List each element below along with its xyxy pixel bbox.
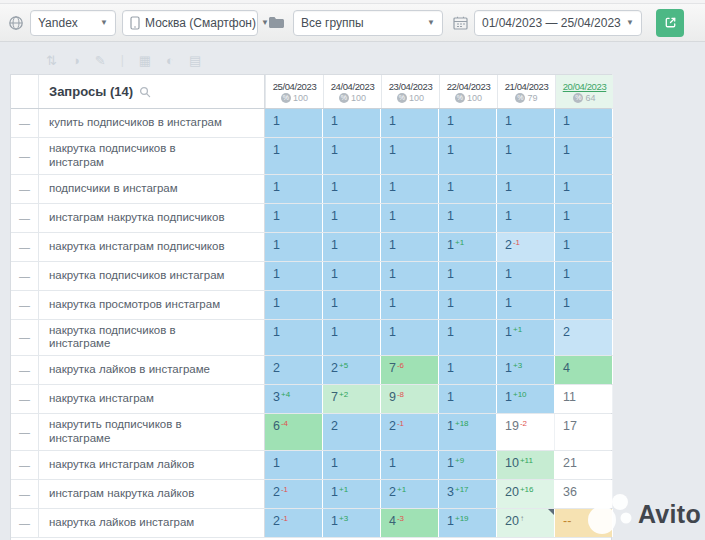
position-cell[interactable]: 1 bbox=[381, 175, 439, 203]
keyword-cell[interactable]: инстаграм накрутка подписчиков bbox=[39, 204, 265, 232]
row-drag-handle[interactable]: — bbox=[11, 109, 39, 137]
keyword-cell[interactable]: подписчики в инстаграм bbox=[39, 175, 265, 203]
position-cell[interactable]: 2-1 bbox=[265, 509, 323, 537]
keyword-cell[interactable]: накрутить подписчиков в инстаграме bbox=[39, 414, 265, 450]
position-cell[interactable]: 1 bbox=[555, 109, 613, 137]
position-cell[interactable]: 19-2 bbox=[497, 414, 555, 450]
keyword-cell[interactable]: накрутка подписчиков в инстаграм bbox=[39, 138, 265, 174]
position-cell[interactable]: 1 bbox=[381, 109, 439, 137]
row-drag-handle[interactable]: — bbox=[11, 509, 39, 537]
keyword-cell[interactable]: накрутка просмотров инстаграм bbox=[39, 291, 265, 319]
row-drag-handle[interactable]: — bbox=[11, 262, 39, 290]
date-column-header[interactable]: 21/04/2023 % 79 bbox=[497, 75, 555, 108]
row-drag-handle[interactable]: — bbox=[11, 414, 39, 450]
position-cell[interactable]: 1+3 bbox=[497, 356, 555, 384]
position-cell[interactable]: 1 bbox=[265, 109, 323, 137]
position-cell[interactable]: 4 bbox=[555, 356, 613, 384]
position-cell[interactable]: 20+16 bbox=[497, 480, 555, 508]
position-cell[interactable]: 1 bbox=[323, 175, 381, 203]
position-cell[interactable]: 3+4 bbox=[265, 385, 323, 413]
date-range-select[interactable]: 01/04/2023 — 25/04/2023 ▼ bbox=[474, 10, 642, 36]
position-cell[interactable]: 7-6 bbox=[381, 356, 439, 384]
position-cell[interactable]: 1+19 bbox=[439, 509, 497, 537]
position-cell[interactable]: 2+1 bbox=[381, 480, 439, 508]
position-cell[interactable]: 1 bbox=[323, 138, 381, 174]
position-cell[interactable]: 1 bbox=[497, 204, 555, 232]
position-cell[interactable]: 1 bbox=[265, 175, 323, 203]
position-cell[interactable]: 1 bbox=[381, 233, 439, 261]
position-cell[interactable]: 2 bbox=[555, 320, 613, 356]
position-cell[interactable]: 17 bbox=[555, 414, 613, 450]
position-cell[interactable]: 1+10 bbox=[497, 385, 555, 413]
position-cell[interactable]: 1 bbox=[439, 138, 497, 174]
keyword-cell[interactable]: купить подписчиков в инстаграм bbox=[39, 109, 265, 137]
position-cell[interactable]: 1 bbox=[265, 291, 323, 319]
position-cell[interactable]: 1+1 bbox=[439, 233, 497, 261]
position-cell[interactable]: 7+2 bbox=[323, 385, 381, 413]
keyword-cell[interactable]: накрутка инстаграм подписчиков bbox=[39, 233, 265, 261]
position-cell[interactable]: 1 bbox=[439, 320, 497, 356]
position-cell[interactable]: 1 bbox=[323, 320, 381, 356]
link-icon[interactable]: ✎ bbox=[95, 53, 106, 68]
sort-icon[interactable]: ⇅ bbox=[46, 53, 57, 68]
position-cell[interactable]: 1 bbox=[265, 451, 323, 479]
keyword-cell[interactable]: накрутка подписчиков в инстаграме bbox=[39, 320, 265, 356]
keyword-cell[interactable]: накрутка подписчиков инстаграм bbox=[39, 262, 265, 290]
calendar-icon[interactable] bbox=[453, 16, 468, 30]
position-cell[interactable]: 1+1 bbox=[497, 320, 555, 356]
position-cell[interactable]: 11 bbox=[555, 385, 613, 413]
keyword-cell[interactable]: накрутка лайков в инстаграме bbox=[39, 356, 265, 384]
position-cell[interactable]: 1 bbox=[497, 109, 555, 137]
grid-icon[interactable]: ▦ bbox=[139, 53, 151, 68]
contrast-icon[interactable]: ◑ bbox=[72, 53, 80, 68]
position-cell[interactable]: 1 bbox=[265, 233, 323, 261]
position-cell[interactable]: 1+9 bbox=[439, 451, 497, 479]
position-cell[interactable]: 1 bbox=[265, 262, 323, 290]
position-cell[interactable]: 1 bbox=[323, 451, 381, 479]
position-cell[interactable]: 1 bbox=[439, 175, 497, 203]
row-drag-handle[interactable]: — bbox=[11, 320, 39, 356]
row-drag-handle[interactable]: — bbox=[11, 385, 39, 413]
position-cell[interactable]: 1 bbox=[323, 262, 381, 290]
position-cell[interactable]: 1 bbox=[439, 262, 497, 290]
position-cell[interactable]: 21 bbox=[555, 451, 613, 479]
half-circle-icon[interactable]: ◐ bbox=[166, 53, 174, 68]
keyword-cell[interactable]: накрутка лайков инстаграм bbox=[39, 509, 265, 537]
position-cell[interactable]: 1 bbox=[555, 138, 613, 174]
date-column-header[interactable]: 22/04/2023 % 100 bbox=[439, 75, 497, 108]
position-cell[interactable]: 1 bbox=[381, 451, 439, 479]
position-cell[interactable]: 1 bbox=[323, 291, 381, 319]
position-cell[interactable]: 1 bbox=[323, 204, 381, 232]
position-cell[interactable]: 10+11 bbox=[497, 451, 555, 479]
position-cell[interactable]: 4-3 bbox=[381, 509, 439, 537]
position-cell[interactable]: 1 bbox=[555, 233, 613, 261]
position-cell[interactable]: 1 bbox=[381, 291, 439, 319]
row-drag-handle[interactable]: — bbox=[11, 233, 39, 261]
position-cell[interactable]: 2+5 bbox=[323, 356, 381, 384]
row-drag-handle[interactable]: — bbox=[11, 480, 39, 508]
position-cell[interactable]: 9-8 bbox=[381, 385, 439, 413]
search-icon[interactable] bbox=[139, 86, 151, 98]
position-cell[interactable]: 1 bbox=[323, 233, 381, 261]
position-cell[interactable]: 2 bbox=[323, 414, 381, 450]
region-select[interactable]: Москва (Смартфон) ▼ bbox=[122, 10, 258, 36]
position-cell[interactable]: 1 bbox=[439, 385, 497, 413]
position-cell[interactable]: 1 bbox=[439, 109, 497, 137]
position-cell[interactable]: 1 bbox=[497, 175, 555, 203]
position-cell[interactable]: 2-1 bbox=[265, 480, 323, 508]
export-button[interactable] bbox=[656, 9, 684, 37]
row-drag-handle[interactable]: — bbox=[11, 291, 39, 319]
position-cell[interactable]: 1 bbox=[381, 320, 439, 356]
position-cell[interactable]: 1 bbox=[265, 138, 323, 174]
position-cell[interactable]: 1 bbox=[497, 138, 555, 174]
keyword-cell[interactable]: накрутка инстаграм bbox=[39, 385, 265, 413]
position-cell[interactable]: 20↑ bbox=[497, 509, 555, 537]
position-cell[interactable]: 1 bbox=[439, 204, 497, 232]
position-cell[interactable]: 1 bbox=[439, 291, 497, 319]
row-drag-handle[interactable]: — bbox=[11, 175, 39, 203]
folder-icon[interactable] bbox=[268, 16, 285, 29]
row-drag-handle[interactable]: — bbox=[11, 138, 39, 174]
search-engine-select[interactable]: Yandex ▼ bbox=[30, 10, 116, 36]
row-drag-handle[interactable]: — bbox=[11, 451, 39, 479]
position-cell[interactable]: 1 bbox=[555, 204, 613, 232]
